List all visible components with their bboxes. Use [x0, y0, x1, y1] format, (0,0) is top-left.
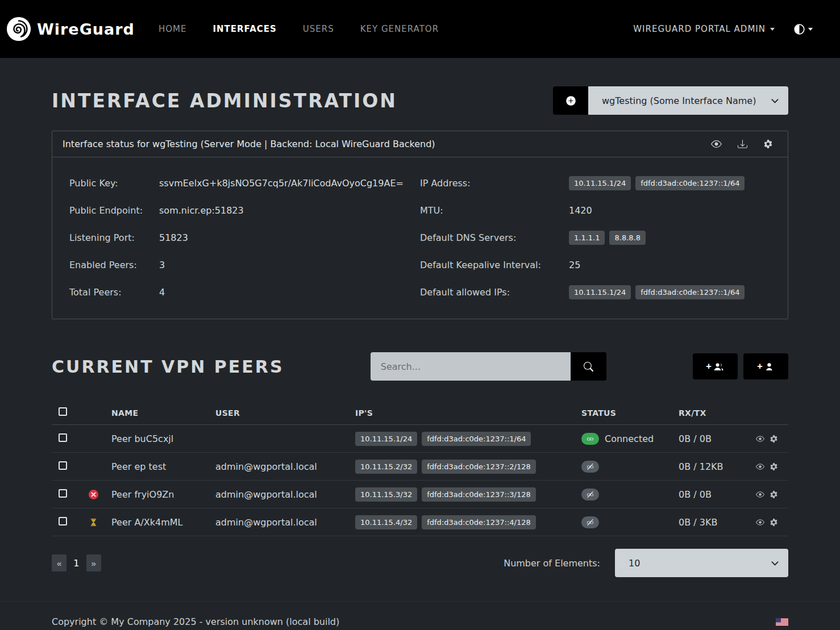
- page-head: INTERFACE ADMINISTRATION wgTesting (Some…: [52, 86, 788, 115]
- ip-badge: fdfd:d3ad:c0de:1237::1/64: [635, 285, 745, 299]
- interface-controls: wgTesting (Some Interface Name): [553, 86, 788, 115]
- caret-down-icon: [770, 28, 775, 31]
- dns-badges: 1.1.1.1 8.8.8.8: [569, 231, 646, 245]
- table-row: Peer A/Xk4mML admin@wgportal.local 10.11…: [52, 508, 788, 536]
- nav-item-users[interactable]: USERS: [303, 24, 334, 34]
- search-group: [371, 352, 606, 381]
- status-card-body: Public Key: ssvmEelxG+k8jsNO5G7cq5r/Ak7l…: [52, 157, 788, 319]
- ip-badge: 10.11.15.1/24: [569, 285, 631, 299]
- peer-settings-button[interactable]: [770, 518, 778, 527]
- chevron-down-icon: [771, 559, 779, 568]
- ip-badge: 10.11.15.2/32: [355, 460, 417, 474]
- us-flag-icon[interactable]: [776, 618, 788, 626]
- interface-select-value: wgTesting (Some Interface Name): [602, 95, 756, 106]
- gear-icon: [770, 462, 778, 471]
- ip-badge: 10.11.15.1/24: [355, 432, 417, 446]
- nav-item-interfaces[interactable]: INTERFACES: [213, 24, 276, 34]
- status-card-header: Interface status for wgTesting (Server M…: [52, 131, 788, 157]
- select-all-checkbox[interactable]: [59, 407, 67, 416]
- peers-head: CURRENT VPN PEERS +: [52, 352, 788, 381]
- peer-ips: 10.11.15.1/24 fdfd:d3ad:c0de:1237::1/64: [355, 432, 581, 446]
- peer-view-button[interactable]: [756, 490, 764, 499]
- column-header-user: USER: [215, 408, 355, 418]
- column-header-ips: IP'S: [355, 408, 581, 418]
- table-row: Peer ep test admin@wgportal.local 10.11.…: [52, 453, 788, 481]
- user-menu-dropdown[interactable]: WIREGUARD PORTAL ADMIN: [633, 24, 775, 34]
- theme-toggle-dropdown[interactable]: [794, 24, 813, 35]
- eye-icon: [756, 462, 764, 471]
- info-label: MTU:: [420, 205, 569, 216]
- peer-status-label: Connected: [605, 433, 654, 444]
- listening-port-value: 51823: [159, 232, 188, 243]
- elements-group: Number of Elements: 10: [504, 549, 788, 577]
- peer-settings-button[interactable]: [770, 490, 778, 499]
- info-row-public-endpoint: Public Endpoint: som.nicr.ep:51823: [69, 201, 420, 220]
- nav-item-home[interactable]: HOME: [159, 24, 187, 34]
- peer-settings-button[interactable]: [770, 462, 778, 471]
- peer-rxtx: 0B / 3KB: [679, 517, 756, 528]
- info-label: Enabled Peers:: [69, 260, 159, 270]
- eye-icon: [756, 518, 764, 527]
- navbar: WireGuard HOME INTERFACES USERS KEY GENE…: [0, 0, 840, 58]
- download-config-button[interactable]: [738, 139, 747, 149]
- pagination-next-button[interactable]: »: [86, 554, 101, 571]
- interface-select[interactable]: wgTesting (Some Interface Name): [588, 86, 788, 115]
- peer-view-button[interactable]: [756, 518, 764, 527]
- row-checkbox[interactable]: [59, 489, 67, 498]
- hourglass-icon: [89, 518, 98, 527]
- eye-icon: [756, 435, 764, 443]
- download-icon: [738, 139, 747, 149]
- column-header-status: STATUS: [581, 408, 679, 418]
- main-nav: HOME INTERFACES USERS KEY GENERATOR: [159, 24, 439, 34]
- peer-table: NAME USER IP'S STATUS RX/TX Peer buC5cxj…: [52, 401, 788, 536]
- status-right-column: IP Address: 10.11.15.1/24 fdfd:d3ad:c0de…: [420, 173, 771, 310]
- row-checkbox[interactable]: [59, 461, 67, 470]
- disconnected-link-icon: [581, 516, 599, 528]
- add-interface-button[interactable]: [553, 86, 588, 115]
- enabled-peers-value: 3: [159, 260, 165, 270]
- status-card-actions: [711, 139, 777, 149]
- gear-icon: [770, 490, 778, 499]
- gear-icon: [770, 518, 778, 527]
- peer-view-button[interactable]: [756, 462, 764, 471]
- plus-icon: +: [757, 361, 763, 372]
- eye-icon: [711, 139, 722, 149]
- row-checkbox[interactable]: [59, 517, 67, 525]
- ip-badge: fdfd:d3ad:c0de:1237::3/128: [422, 487, 536, 502]
- pagination-prev-button[interactable]: «: [52, 554, 66, 571]
- theme-half-circle-icon: [794, 24, 805, 35]
- add-multiple-peers-button[interactable]: +: [693, 353, 738, 379]
- info-row-enabled-peers: Enabled Peers: 3: [69, 255, 420, 274]
- elements-label: Number of Elements:: [504, 558, 600, 569]
- plus-circle-icon: [565, 95, 576, 106]
- brand[interactable]: WireGuard: [6, 16, 135, 42]
- ip-badge: 10.11.15.3/32: [355, 487, 417, 502]
- dns-badge: 1.1.1.1: [569, 231, 605, 245]
- pagination-current-page[interactable]: 1: [70, 558, 82, 569]
- row-checkbox[interactable]: [59, 433, 67, 442]
- peer-settings-button[interactable]: [770, 435, 778, 443]
- info-row-dns: Default DNS Servers: 1.1.1.1 8.8.8.8: [420, 228, 771, 247]
- column-header-name: NAME: [111, 408, 215, 418]
- view-config-button[interactable]: [711, 139, 722, 149]
- peer-ips: 10.11.15.4/32 fdfd:d3ad:c0de:1237::4/128: [355, 515, 581, 529]
- peer-name: Peer buC5cxjl: [111, 433, 215, 444]
- column-header-rxtx: RX/TX: [679, 408, 756, 418]
- info-label: Listening Port:: [69, 232, 159, 243]
- ip-badge: fdfd:d3ad:c0de:1237::1/64: [635, 176, 745, 190]
- interface-settings-button[interactable]: [763, 139, 773, 149]
- peer-ips: 10.11.15.2/32 fdfd:d3ad:c0de:1237::2/128: [355, 460, 581, 474]
- info-label: Public Endpoint:: [69, 205, 159, 216]
- peer-user: admin@wgportal.local: [215, 461, 355, 472]
- info-label: Total Peers:: [69, 287, 159, 298]
- nav-item-key-generator[interactable]: KEY GENERATOR: [360, 24, 439, 34]
- search-input[interactable]: [371, 352, 571, 381]
- add-peer-button[interactable]: +: [743, 353, 788, 379]
- page-footer: Copyright © My Company 2025 - version un…: [0, 601, 840, 627]
- search-button[interactable]: [571, 352, 606, 381]
- table-footer: « 1 » Number of Elements: 10: [52, 549, 788, 577]
- dns-badge: 8.8.8.8: [609, 231, 645, 245]
- interface-status-card: Interface status for wgTesting (Server M…: [52, 131, 788, 319]
- elements-select[interactable]: 10: [615, 549, 788, 577]
- peer-view-button[interactable]: [756, 435, 764, 443]
